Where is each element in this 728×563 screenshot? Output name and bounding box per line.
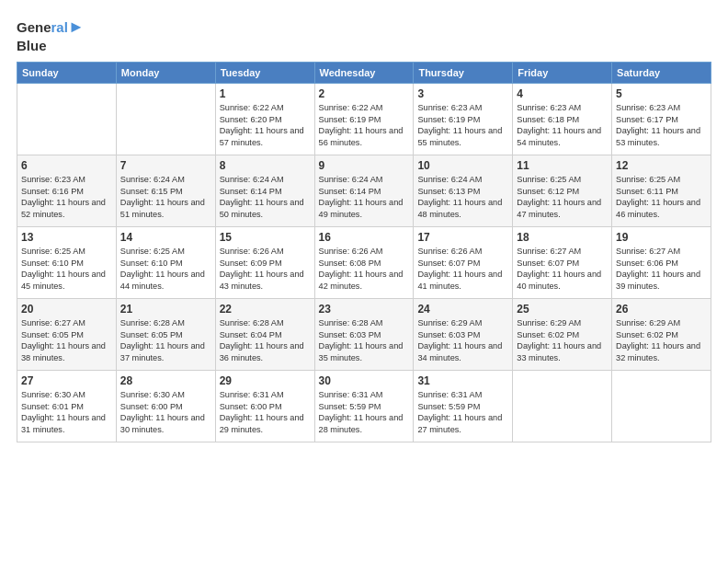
day-info: Sunrise: 6:27 AM Sunset: 6:07 PM Dayligh… — [517, 246, 608, 292]
day-header-monday: Monday — [116, 63, 215, 84]
calendar-cell: 1Sunrise: 6:22 AM Sunset: 6:20 PM Daylig… — [215, 84, 314, 155]
calendar-cell: 25Sunrise: 6:29 AM Sunset: 6:02 PM Dayli… — [513, 299, 612, 371]
calendar-cell: 11Sunrise: 6:25 AM Sunset: 6:12 PM Dayli… — [513, 155, 612, 227]
day-number: 25 — [517, 302, 608, 316]
day-header-thursday: Thursday — [414, 63, 513, 84]
day-info: Sunrise: 6:28 AM Sunset: 6:04 PM Dayligh… — [220, 317, 311, 363]
calendar-cell: 26Sunrise: 6:29 AM Sunset: 6:02 PM Dayli… — [612, 299, 711, 371]
day-info: Sunrise: 6:25 AM Sunset: 6:10 PM Dayligh… — [21, 246, 112, 292]
day-info: Sunrise: 6:28 AM Sunset: 6:03 PM Dayligh… — [319, 317, 410, 363]
logo-text: General► Blue — [17, 17, 85, 54]
day-info: Sunrise: 6:23 AM Sunset: 6:18 PM Dayligh… — [517, 102, 608, 148]
day-info: Sunrise: 6:29 AM Sunset: 6:02 PM Dayligh… — [616, 317, 707, 363]
day-info: Sunrise: 6:24 AM Sunset: 6:14 PM Dayligh… — [319, 174, 410, 220]
calendar-cell: 20Sunrise: 6:27 AM Sunset: 6:05 PM Dayli… — [17, 299, 117, 371]
calendar-table: SundayMondayTuesdayWednesdayThursdayFrid… — [17, 62, 711, 442]
day-number: 18 — [517, 230, 608, 245]
calendar-cell: 19Sunrise: 6:27 AM Sunset: 6:06 PM Dayli… — [612, 227, 711, 299]
logo: General► Blue — [17, 17, 85, 54]
day-info: Sunrise: 6:31 AM Sunset: 5:59 PM Dayligh… — [319, 389, 410, 435]
calendar-cell: 3Sunrise: 6:23 AM Sunset: 6:19 PM Daylig… — [414, 84, 513, 155]
day-info: Sunrise: 6:24 AM Sunset: 6:15 PM Dayligh… — [120, 174, 211, 220]
calendar-cell: 6Sunrise: 6:23 AM Sunset: 6:16 PM Daylig… — [17, 155, 117, 227]
day-header-wednesday: Wednesday — [314, 63, 414, 84]
day-info: Sunrise: 6:23 AM Sunset: 6:16 PM Dayligh… — [21, 174, 112, 220]
calendar-cell: 10Sunrise: 6:24 AM Sunset: 6:13 PM Dayli… — [414, 155, 513, 227]
day-number: 26 — [616, 302, 707, 316]
calendar-cell: 9Sunrise: 6:24 AM Sunset: 6:14 PM Daylig… — [314, 155, 414, 227]
day-info: Sunrise: 6:25 AM Sunset: 6:12 PM Dayligh… — [517, 174, 608, 220]
day-number: 29 — [220, 373, 311, 388]
calendar-cell: 13Sunrise: 6:25 AM Sunset: 6:10 PM Dayli… — [17, 227, 117, 299]
day-number: 1 — [220, 86, 311, 101]
day-number: 15 — [220, 230, 311, 245]
day-header-sunday: Sunday — [17, 63, 117, 84]
day-info: Sunrise: 6:22 AM Sunset: 6:19 PM Dayligh… — [319, 102, 410, 148]
calendar-cell: 24Sunrise: 6:29 AM Sunset: 6:03 PM Dayli… — [414, 299, 513, 371]
calendar-cell: 4Sunrise: 6:23 AM Sunset: 6:18 PM Daylig… — [513, 84, 612, 155]
calendar-cell: 15Sunrise: 6:26 AM Sunset: 6:09 PM Dayli… — [215, 227, 314, 299]
day-number: 2 — [319, 86, 410, 101]
day-info: Sunrise: 6:25 AM Sunset: 6:10 PM Dayligh… — [120, 246, 211, 292]
day-info: Sunrise: 6:23 AM Sunset: 6:17 PM Dayligh… — [616, 102, 707, 148]
calendar-cell: 30Sunrise: 6:31 AM Sunset: 5:59 PM Dayli… — [314, 371, 414, 442]
day-number: 6 — [21, 158, 112, 173]
day-info: Sunrise: 6:27 AM Sunset: 6:05 PM Dayligh… — [21, 317, 112, 363]
calendar-cell — [17, 84, 117, 155]
day-info: Sunrise: 6:24 AM Sunset: 6:14 PM Dayligh… — [220, 174, 311, 220]
day-number: 30 — [319, 373, 410, 388]
day-number: 20 — [21, 302, 112, 316]
day-number: 22 — [220, 302, 311, 316]
calendar-cell: 18Sunrise: 6:27 AM Sunset: 6:07 PM Dayli… — [513, 227, 612, 299]
calendar-cell: 16Sunrise: 6:26 AM Sunset: 6:08 PM Dayli… — [314, 227, 414, 299]
day-number: 21 — [120, 302, 211, 316]
day-info: Sunrise: 6:31 AM Sunset: 5:59 PM Dayligh… — [417, 389, 508, 435]
day-number: 9 — [319, 158, 410, 173]
calendar-cell — [612, 371, 711, 442]
day-header-friday: Friday — [513, 63, 612, 84]
calendar-cell: 14Sunrise: 6:25 AM Sunset: 6:10 PM Dayli… — [116, 227, 215, 299]
calendar-cell: 29Sunrise: 6:31 AM Sunset: 6:00 PM Dayli… — [215, 371, 314, 442]
calendar-header: SundayMondayTuesdayWednesdayThursdayFrid… — [17, 63, 711, 84]
calendar-cell: 17Sunrise: 6:26 AM Sunset: 6:07 PM Dayli… — [414, 227, 513, 299]
day-number: 13 — [21, 230, 112, 245]
calendar-cell: 12Sunrise: 6:25 AM Sunset: 6:11 PM Dayli… — [612, 155, 711, 227]
day-number: 4 — [517, 86, 608, 101]
day-number: 14 — [120, 230, 211, 245]
day-number: 28 — [120, 373, 211, 388]
day-number: 10 — [417, 158, 508, 173]
page-header: General► Blue — [17, 17, 711, 54]
day-info: Sunrise: 6:26 AM Sunset: 6:08 PM Dayligh… — [319, 246, 410, 292]
day-info: Sunrise: 6:22 AM Sunset: 6:20 PM Dayligh… — [220, 102, 311, 148]
day-number: 23 — [319, 302, 410, 316]
calendar-cell: 28Sunrise: 6:30 AM Sunset: 6:00 PM Dayli… — [116, 371, 215, 442]
day-info: Sunrise: 6:27 AM Sunset: 6:06 PM Dayligh… — [616, 246, 707, 292]
day-number: 12 — [616, 158, 707, 173]
day-info: Sunrise: 6:29 AM Sunset: 6:03 PM Dayligh… — [417, 317, 508, 363]
day-number: 16 — [319, 230, 410, 245]
calendar-cell: 21Sunrise: 6:28 AM Sunset: 6:05 PM Dayli… — [116, 299, 215, 371]
calendar-cell: 23Sunrise: 6:28 AM Sunset: 6:03 PM Dayli… — [314, 299, 414, 371]
day-number: 24 — [417, 302, 508, 316]
day-number: 31 — [417, 373, 508, 388]
calendar-cell — [513, 371, 612, 442]
day-info: Sunrise: 6:26 AM Sunset: 6:07 PM Dayligh… — [417, 246, 508, 292]
day-number: 27 — [21, 373, 112, 388]
day-info: Sunrise: 6:24 AM Sunset: 6:13 PM Dayligh… — [417, 174, 508, 220]
day-info: Sunrise: 6:30 AM Sunset: 6:01 PM Dayligh… — [21, 389, 112, 435]
day-number: 17 — [417, 230, 508, 245]
calendar-cell: 2Sunrise: 6:22 AM Sunset: 6:19 PM Daylig… — [314, 84, 414, 155]
day-info: Sunrise: 6:23 AM Sunset: 6:19 PM Dayligh… — [417, 102, 508, 148]
day-number: 7 — [120, 158, 211, 173]
calendar-cell: 5Sunrise: 6:23 AM Sunset: 6:17 PM Daylig… — [612, 84, 711, 155]
day-number: 11 — [517, 158, 608, 173]
day-header-tuesday: Tuesday — [215, 63, 314, 84]
day-number: 19 — [616, 230, 707, 245]
calendar-cell: 31Sunrise: 6:31 AM Sunset: 5:59 PM Dayli… — [414, 371, 513, 442]
calendar-cell: 27Sunrise: 6:30 AM Sunset: 6:01 PM Dayli… — [17, 371, 117, 442]
calendar-cell: 8Sunrise: 6:24 AM Sunset: 6:14 PM Daylig… — [215, 155, 314, 227]
day-info: Sunrise: 6:25 AM Sunset: 6:11 PM Dayligh… — [616, 174, 707, 220]
day-info: Sunrise: 6:31 AM Sunset: 6:00 PM Dayligh… — [220, 389, 311, 435]
calendar-cell: 22Sunrise: 6:28 AM Sunset: 6:04 PM Dayli… — [215, 299, 314, 371]
day-header-saturday: Saturday — [612, 63, 711, 84]
